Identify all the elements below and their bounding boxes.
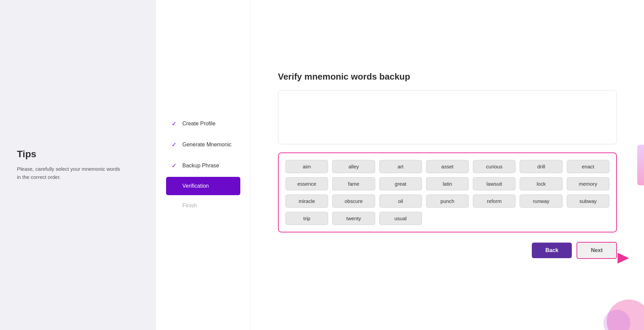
word-chip-oil[interactable]: oil bbox=[379, 194, 422, 208]
word-grid-container: aimalleyartassetcuriousdrillenactessence… bbox=[278, 152, 617, 232]
word-chip-fame[interactable]: fame bbox=[332, 177, 375, 190]
tips-text: Please, carefully select your mnemonic w… bbox=[17, 165, 125, 181]
next-button[interactable]: Next bbox=[577, 242, 617, 259]
word-chip-curious[interactable]: curious bbox=[473, 160, 516, 173]
step-item-verification[interactable]: Verification bbox=[166, 177, 240, 195]
selected-words-area bbox=[278, 90, 617, 144]
step-item-create-profile[interactable]: ✓Create Profile bbox=[166, 114, 240, 133]
word-chip-asset[interactable]: asset bbox=[426, 160, 469, 173]
word-chip-punch[interactable]: punch bbox=[426, 194, 469, 208]
step-item-generate-mnemonic[interactable]: ✓Generate Mnemonic bbox=[166, 135, 240, 154]
action-buttons: Back Next bbox=[278, 242, 617, 259]
main-panel: Verify mnemonic words backup aimalleyart… bbox=[251, 0, 644, 330]
word-chip-art[interactable]: art bbox=[379, 160, 422, 173]
word-chip-lock[interactable]: lock bbox=[520, 177, 562, 190]
word-chip-usual[interactable]: usual bbox=[379, 212, 422, 225]
step-check-icon: ✓ bbox=[170, 162, 178, 169]
word-chip-miracle[interactable]: miracle bbox=[285, 194, 328, 208]
word-grid: aimalleyartassetcuriousdrillenactessence… bbox=[285, 160, 609, 225]
word-chip-aim[interactable]: aim bbox=[285, 160, 328, 173]
word-chip-twenty[interactable]: twenty bbox=[332, 212, 375, 225]
tips-title: Tips bbox=[17, 149, 139, 160]
page-title: Verify mnemonic words backup bbox=[278, 71, 617, 82]
word-chip-subway[interactable]: subway bbox=[567, 194, 609, 208]
step-label-create-profile: Create Profile bbox=[182, 121, 216, 127]
left-panel: Tips Please, carefully select your mnemo… bbox=[0, 0, 156, 330]
word-chip-runway[interactable]: runway bbox=[520, 194, 562, 208]
step-label-verification: Verification bbox=[182, 183, 209, 189]
word-chip-drill[interactable]: drill bbox=[520, 160, 562, 173]
word-chip-trip[interactable]: trip bbox=[285, 212, 328, 225]
deco-bottom-right bbox=[590, 276, 644, 330]
word-chip-latin[interactable]: latin bbox=[426, 177, 469, 190]
word-chip-enact[interactable]: enact bbox=[567, 160, 609, 173]
word-chip-memory[interactable]: memory bbox=[567, 177, 609, 190]
back-button[interactable]: Back bbox=[532, 243, 572, 258]
word-chip-obscure[interactable]: obscure bbox=[332, 194, 375, 208]
step-label-generate-mnemonic: Generate Mnemonic bbox=[182, 142, 232, 148]
word-chip-great[interactable]: great bbox=[379, 177, 422, 190]
word-chip-alley[interactable]: alley bbox=[332, 160, 375, 173]
svg-marker-0 bbox=[618, 253, 629, 264]
step-check-icon: ✓ bbox=[170, 120, 178, 127]
step-item-finish: Finish bbox=[166, 197, 240, 215]
word-chip-reform[interactable]: reform bbox=[473, 194, 516, 208]
word-chip-lawsuit[interactable]: lawsuit bbox=[473, 177, 516, 190]
step-check-icon: ✓ bbox=[170, 141, 178, 148]
steps-panel: ✓Create Profile✓Generate Mnemonic✓Backup… bbox=[156, 0, 251, 330]
step-label-finish: Finish bbox=[182, 203, 197, 209]
deco-right bbox=[637, 145, 644, 185]
step-label-backup-phrase: Backup Phrase bbox=[182, 163, 219, 169]
word-chip-essence[interactable]: essence bbox=[285, 177, 328, 190]
step-item-backup-phrase[interactable]: ✓Backup Phrase bbox=[166, 156, 240, 176]
